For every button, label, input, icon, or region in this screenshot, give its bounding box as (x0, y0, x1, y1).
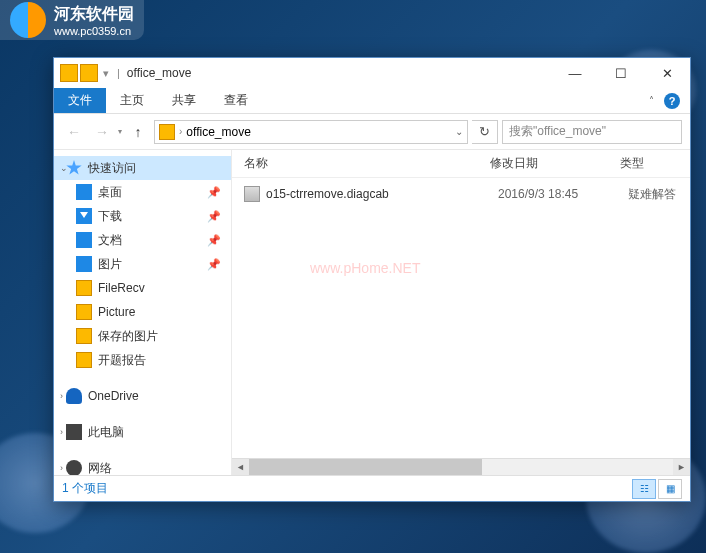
tab-home[interactable]: 主页 (106, 88, 158, 113)
maximize-button[interactable]: ☐ (598, 58, 644, 88)
sidebar-item-label: 开题报告 (98, 352, 146, 369)
sidebar-item-desktop[interactable]: 桌面 📌 (54, 180, 231, 204)
sidebar-item-downloads[interactable]: 下载 📌 (54, 204, 231, 228)
chevron-right-icon[interactable]: › (60, 463, 63, 473)
sidebar-item-label: FileRecv (98, 281, 145, 295)
statusbar: 1 个项目 ☷ ▦ (54, 475, 690, 501)
sidebar-item-report[interactable]: 开题报告 (54, 348, 231, 372)
horizontal-scrollbar[interactable]: ◄ ► (232, 458, 690, 475)
sidebar-item-label: 此电脑 (88, 424, 124, 441)
pin-icon: 📌 (207, 258, 221, 271)
pin-icon: 📌 (207, 186, 221, 199)
close-button[interactable]: ✕ (644, 58, 690, 88)
folder-icon (76, 328, 92, 344)
forward-button[interactable]: → (90, 120, 114, 144)
logo-icon (10, 2, 46, 38)
sidebar-item-label: 桌面 (98, 184, 122, 201)
computer-icon (66, 424, 82, 440)
sidebar-item-picture-en[interactable]: Picture (54, 300, 231, 324)
logo-title: 河东软件园 (54, 4, 134, 25)
chevron-right-icon[interactable]: › (179, 126, 182, 137)
minimize-button[interactable]: — (552, 58, 598, 88)
history-dropdown-icon[interactable]: ▾ (118, 127, 122, 136)
details-icon: ☷ (640, 483, 649, 494)
grid-icon: ▦ (666, 483, 675, 494)
view-details-button[interactable]: ☷ (632, 479, 656, 499)
back-button[interactable]: ← (62, 120, 86, 144)
sidebar: ⌄ 快速访问 桌面 📌 下载 📌 文档 📌 图片 (54, 150, 232, 475)
folder-icon (76, 352, 92, 368)
sidebar-item-label: Picture (98, 305, 135, 319)
address-path[interactable]: office_move (186, 125, 451, 139)
sidebar-item-label: 网络 (88, 460, 112, 476)
sidebar-item-saved-pics[interactable]: 保存的图片 (54, 324, 231, 348)
watermark-center: www.pHome.NET (310, 260, 420, 276)
pin-icon: 📌 (207, 210, 221, 223)
document-icon (76, 232, 92, 248)
sidebar-item-documents[interactable]: 文档 📌 (54, 228, 231, 252)
navbar: ← → ▾ ↑ › office_move ⌄ ↻ 搜索"office_move… (54, 114, 690, 150)
chevron-down-icon[interactable]: ⌄ (60, 163, 68, 173)
desktop-icon (76, 184, 92, 200)
address-dropdown-icon[interactable]: ⌄ (455, 126, 463, 137)
up-button[interactable]: ↑ (126, 120, 150, 144)
refresh-button[interactable]: ↻ (472, 120, 498, 144)
explorer-window: ▾ | office_move — ☐ ✕ 文件 主页 共享 查看 ˄ ? ← … (53, 57, 691, 502)
folder-icon (60, 64, 78, 82)
qat-dropdown-icon[interactable]: ▾ (103, 67, 109, 80)
scroll-left-icon[interactable]: ◄ (232, 459, 249, 476)
pin-icon: 📌 (207, 234, 221, 247)
sidebar-item-label: 快速访问 (88, 160, 136, 177)
download-icon (76, 208, 92, 224)
titlebar[interactable]: ▾ | office_move — ☐ ✕ (54, 58, 690, 88)
network-icon (66, 460, 82, 475)
file-date: 2016/9/3 18:45 (498, 187, 628, 201)
sidebar-item-network[interactable]: › 网络 (54, 456, 231, 475)
sidebar-item-label: 保存的图片 (98, 328, 158, 345)
folder-icon (76, 304, 92, 320)
logo-url: www.pc0359.cn (54, 25, 134, 37)
cloud-icon (66, 388, 82, 404)
folder-icon[interactable] (80, 64, 98, 82)
sidebar-item-onedrive[interactable]: › OneDrive (54, 384, 231, 408)
ribbon-collapse-icon[interactable]: ˄ (649, 95, 654, 106)
status-count: 1 个项目 (62, 480, 632, 497)
sidebar-item-label: 文档 (98, 232, 122, 249)
header-type[interactable]: 类型 (612, 155, 690, 172)
scroll-thumb[interactable] (249, 459, 482, 476)
file-row[interactable]: o15-ctrremove.diagcab 2016/9/3 18:45 疑难解… (232, 182, 690, 206)
sidebar-item-filerecv[interactable]: FileRecv (54, 276, 231, 300)
folder-icon (159, 124, 175, 140)
sidebar-item-label: 下载 (98, 208, 122, 225)
file-list[interactable]: o15-ctrremove.diagcab 2016/9/3 18:45 疑难解… (232, 178, 690, 458)
tab-share[interactable]: 共享 (158, 88, 210, 113)
sidebar-item-thispc[interactable]: › 此电脑 (54, 420, 231, 444)
header-date[interactable]: 修改日期 (482, 155, 612, 172)
file-name: o15-ctrremove.diagcab (266, 187, 498, 201)
content-area: 名称 修改日期 类型 o15-ctrremove.diagcab 2016/9/… (232, 150, 690, 475)
star-icon (66, 160, 82, 176)
chevron-right-icon[interactable]: › (60, 427, 63, 437)
watermark-logo: 河东软件园 www.pc0359.cn (0, 0, 144, 40)
separator: | (117, 67, 120, 79)
header-name[interactable]: 名称 (232, 155, 482, 172)
help-icon[interactable]: ? (664, 93, 680, 109)
sidebar-item-label: 图片 (98, 256, 122, 273)
address-bar[interactable]: › office_move ⌄ (154, 120, 468, 144)
scroll-right-icon[interactable]: ► (673, 459, 690, 476)
ribbon: 文件 主页 共享 查看 ˄ ? (54, 88, 690, 114)
sidebar-item-quick-access[interactable]: ⌄ 快速访问 (54, 156, 231, 180)
sidebar-item-pictures[interactable]: 图片 📌 (54, 252, 231, 276)
tab-view[interactable]: 查看 (210, 88, 262, 113)
scroll-track[interactable] (249, 459, 673, 476)
diagcab-icon (244, 186, 260, 202)
tab-file[interactable]: 文件 (54, 88, 106, 113)
folder-icon (76, 280, 92, 296)
chevron-right-icon[interactable]: › (60, 391, 63, 401)
window-title: office_move (127, 66, 191, 80)
view-icons-button[interactable]: ▦ (658, 479, 682, 499)
search-input[interactable]: 搜索"office_move" (502, 120, 682, 144)
file-type: 疑难解答 (628, 186, 676, 203)
picture-icon (76, 256, 92, 272)
sidebar-item-label: OneDrive (88, 389, 139, 403)
